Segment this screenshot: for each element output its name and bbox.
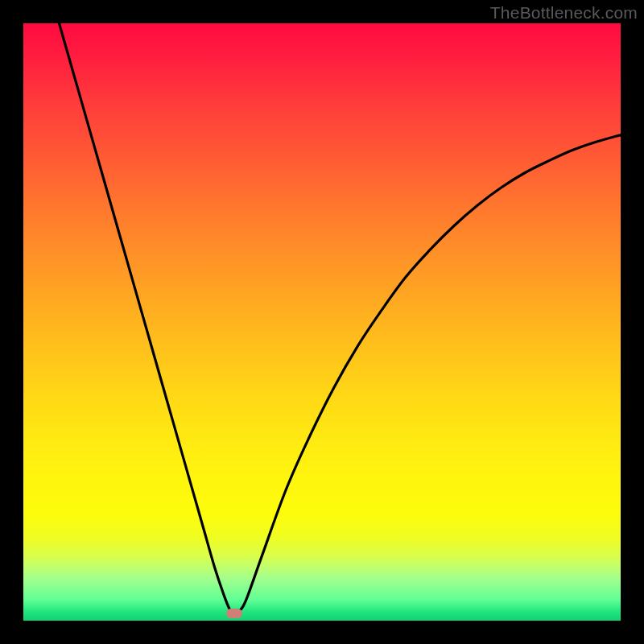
chart-stage: TheBottleneck.com bbox=[0, 0, 644, 644]
watermark-text: TheBottleneck.com bbox=[490, 3, 638, 23]
bottleneck-curve bbox=[23, 23, 621, 621]
minimum-marker bbox=[226, 609, 242, 618]
plot-area bbox=[23, 23, 621, 621]
